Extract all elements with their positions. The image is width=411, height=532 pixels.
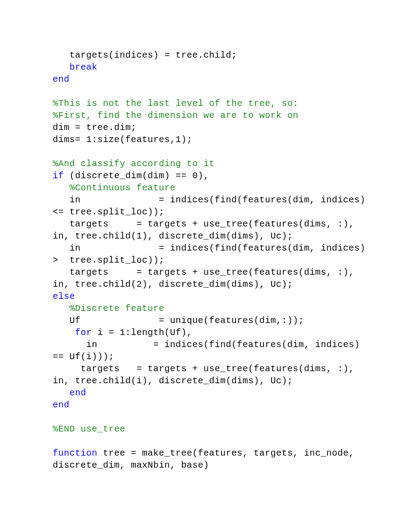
code-line: dims= 1:size(features,1);	[53, 134, 371, 146]
code-line: end	[53, 73, 371, 85]
keyword: end	[53, 74, 70, 84]
code-line: targets = targets + use_tree(features(di…	[53, 363, 371, 387]
code-line: %END use_tree	[53, 423, 371, 435]
code-text: tree = make_tree(features, targets, inc_…	[53, 448, 360, 470]
code-text: in = indices(find(features(dim, indices)…	[53, 339, 365, 362]
code-page: targets(indices) = tree.child; breakend …	[0, 0, 411, 498]
code-text	[53, 412, 59, 422]
code-text	[53, 327, 75, 338]
code-text	[53, 183, 70, 193]
keyword: end	[53, 400, 70, 410]
code-line: %Discrete feature	[53, 302, 371, 314]
code-text: (discrete_dim(dim) == 0),	[64, 171, 209, 181]
code-line: %First, find the dimension we are to wor…	[53, 109, 371, 121]
code-text: Uf = unique(features(dim,:));	[53, 315, 304, 326]
code-line	[53, 85, 371, 97]
code-text: dims= 1:size(features,1);	[53, 134, 193, 145]
code-line: else	[53, 290, 371, 302]
keyword: if	[53, 171, 64, 181]
comment: %Discrete feature	[70, 303, 165, 314]
code-text: targets = targets + use_tree(features(di…	[53, 267, 360, 289]
keyword: else	[53, 291, 75, 302]
code-line: targets(indices) = tree.child;	[53, 49, 371, 61]
code-line: in = indices(find(features(dim, indices)…	[53, 242, 371, 266]
code-text: in = indices(find(features(dim, indices)…	[53, 243, 371, 265]
keyword: break	[70, 62, 98, 72]
code-line	[53, 435, 371, 447]
code-text	[53, 303, 70, 314]
keyword: function	[53, 448, 97, 458]
comment: %Continuous feature	[70, 183, 176, 193]
code-text: dim = tree.dim;	[53, 122, 137, 133]
comment: %This is not the last level of the tree,…	[53, 98, 298, 109]
code-line: targets = targets + use_tree(features(di…	[53, 218, 371, 242]
code-line: for i = 1:length(Uf),	[53, 327, 371, 339]
code-text: in = indices(find(features(dim, indices)…	[53, 195, 371, 217]
code-text	[53, 147, 59, 157]
keyword: end	[70, 388, 87, 398]
code-line: in = indices(find(features(dim, indices)…	[53, 194, 371, 218]
code-text	[53, 86, 59, 96]
code-line: end	[53, 399, 371, 411]
code-text: targets = targets + use_tree(features(di…	[53, 219, 360, 241]
keyword: for	[75, 327, 92, 338]
code-text	[53, 62, 70, 72]
code-line: %Continuous feature	[53, 182, 371, 194]
code-text	[53, 388, 70, 398]
code-text: targets(indices) = tree.child;	[53, 50, 237, 60]
comment: %And classify according to it	[53, 159, 215, 169]
comment: %First, find the dimension we are to wor…	[53, 110, 298, 121]
code-line: Uf = unique(features(dim,:));	[53, 314, 371, 327]
code-line: %This is not the last level of the tree,…	[53, 97, 371, 109]
code-line	[53, 146, 371, 158]
code-line: dim = tree.dim;	[53, 121, 371, 134]
code-line: break	[53, 61, 371, 73]
code-line	[53, 411, 371, 423]
code-line: in = indices(find(features(dim, indices)…	[53, 339, 371, 363]
code-line: targets = targets + use_tree(features(di…	[53, 266, 371, 290]
code-text	[53, 436, 59, 446]
code-line: if (discrete_dim(dim) == 0),	[53, 170, 371, 182]
code-line: function tree = make_tree(features, targ…	[53, 447, 371, 471]
code-line: end	[53, 387, 371, 399]
code-line: %And classify according to it	[53, 158, 371, 170]
comment: %END use_tree	[53, 424, 126, 434]
code-text: i = 1:length(Uf),	[92, 327, 193, 338]
code-text: targets = targets + use_tree(features(di…	[53, 364, 360, 386]
